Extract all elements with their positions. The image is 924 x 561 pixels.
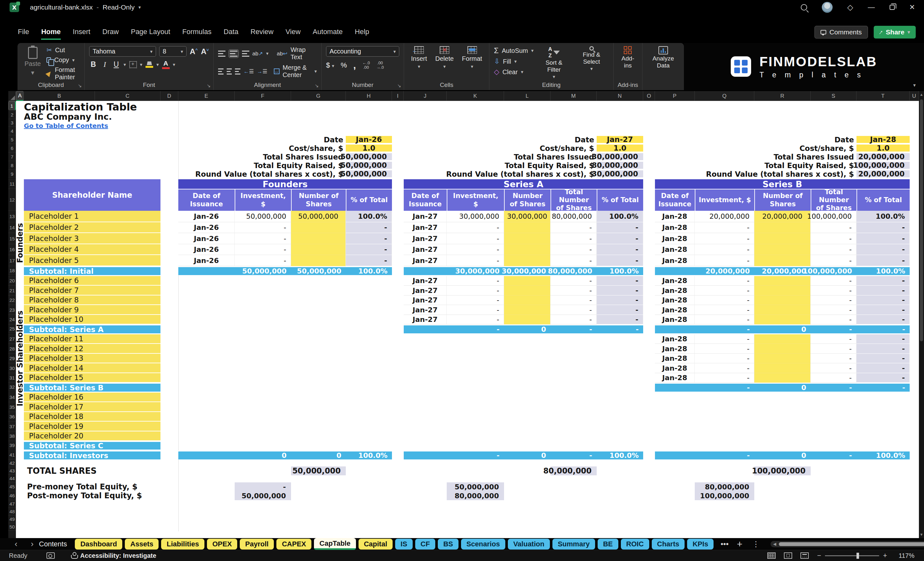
data-cell-M20[interactable]: - [550,276,597,286]
data-cell-P22[interactable]: Jan-28 [655,296,695,305]
data-cell-G13[interactable]: 50,000,000 [291,211,346,222]
data-cell-M21[interactable]: - [550,286,597,296]
data-cell-R28[interactable] [754,344,811,354]
horizontal-scrollbar[interactable]: ◀ ▶ [771,541,924,547]
row-header-38[interactable]: 38 [8,431,16,441]
investors-subtotal-cell-G[interactable]: 0 [291,450,346,459]
data-cell-Q14[interactable]: - [695,222,754,233]
table-series-a-header-date-of-issuance[interactable]: Date of Issuance [404,189,447,211]
decrease-decimal-icon[interactable]: .00→.0 [376,61,384,70]
more-sheets-button[interactable]: ••• [720,540,729,549]
data-cell-Q29[interactable]: - [695,354,754,363]
font-size-select[interactable]: 8▾ [159,46,187,57]
data-cell-N22[interactable]: - [597,296,643,305]
increase-decimal-icon[interactable]: ←.0.00 [362,61,370,70]
format-painter-button[interactable]: Format Painter [46,66,80,81]
data-cell-S13[interactable]: 100,000,000 [811,211,856,222]
row-header-6[interactable]: 6 [8,144,16,153]
data-cell-S21[interactable]: - [811,286,856,296]
post-money-value-founders[interactable]: 50,000,000 [235,491,291,500]
data-cell-R23[interactable] [754,305,811,315]
search-icon[interactable] [801,4,807,10]
info-value-shares[interactable]: 20,000,000 [856,153,910,161]
shareholder-row[interactable]: Placeholder 11 [24,334,160,344]
row-header-12[interactable]: 12 [8,189,16,211]
data-cell-S27[interactable]: - [811,334,856,344]
data-cell-R16[interactable] [754,244,811,255]
column-header-Q[interactable]: Q [695,91,754,101]
sheet-options-icon[interactable]: ⋮ [752,540,760,549]
data-cell-Q27[interactable]: - [695,334,754,344]
data-cell-J22[interactable]: Jan-27 [404,296,447,305]
shareholder-row[interactable]: Placeholder 10 [24,315,160,324]
row-header-44[interactable]: 44 [8,475,16,482]
column-header-C[interactable]: C [95,91,160,101]
data-cell-R29[interactable] [754,354,811,363]
data-cell-H15[interactable]: - [346,233,392,244]
data-cell-F15[interactable]: - [235,233,291,244]
column-header-H[interactable]: H [346,91,392,101]
info-value-equity[interactable]: 80,000,000 [597,162,643,170]
close-button[interactable]: ✕ [909,3,915,12]
row-header-4[interactable]: 4 [8,127,16,135]
data-cell-M24[interactable]: - [550,315,597,324]
row-header-7[interactable]: 7 [8,153,16,161]
row-header-42[interactable]: 42 [8,459,16,467]
data-cell-N23[interactable]: - [597,305,643,315]
investors-subtotal-cell-M[interactable]: - [550,450,597,459]
scroll-left-icon[interactable]: ◀ [773,542,776,546]
shareholder-row[interactable]: Placeholder 4 [24,244,160,255]
format-cells-button[interactable]: Format▾ [459,46,484,80]
menu-tab-view[interactable]: View [286,28,301,40]
table-series-b-header-date-of-issuance[interactable]: Date of Issuance [655,189,695,211]
column-header-R[interactable]: R [754,91,811,101]
data-cell-E17[interactable]: Jan-26 [178,255,235,266]
row-header-23[interactable]: 23 [8,305,16,315]
sheet-tab-be[interactable]: BE [598,539,618,549]
table-series-b-header-total-number-of-shares[interactable]: Total Number of Shares [811,189,856,211]
align-top-icon[interactable] [218,51,225,57]
row-header-2[interactable]: 2 [8,111,16,119]
shareholder-row[interactable]: Placeholder 19 [24,422,160,431]
row-header-28[interactable]: 28 [8,344,16,354]
data-cell-Q31[interactable]: - [695,373,754,383]
data-cell-M13[interactable]: 80,000,000 [550,211,597,222]
row-header-14[interactable]: 14 [8,222,16,233]
data-cell-J17[interactable]: Jan-27 [404,255,447,266]
data-cell-K20[interactable]: - [447,276,504,286]
column-header-O[interactable]: O [643,91,655,101]
info-value-round[interactable]: 50,000,000 [346,170,392,178]
data-cell-R31[interactable] [754,373,811,383]
data-cell-N15[interactable]: - [597,233,643,244]
data-cell-Q23[interactable]: - [695,305,754,315]
column-header-G[interactable]: G [291,91,346,101]
subtotal-cell-K18[interactable]: 30,000,000 [447,266,504,275]
find-select-button[interactable]: Find & Select ▾ [574,46,609,80]
row-header-16[interactable]: 16 [8,244,16,255]
data-cell-Q17[interactable]: - [695,255,754,266]
shareholder-row[interactable]: Placeholder 7 [24,286,160,296]
zoom-slider[interactable] [825,555,879,556]
data-cell-T15[interactable]: - [856,233,910,244]
data-cell-S15[interactable]: - [811,233,856,244]
scroll-up-icon[interactable]: ▲ [920,91,923,98]
row-header-32[interactable]: 32 [8,383,16,392]
subtotal-cell-R25[interactable]: 0 [754,324,811,333]
insert-cells-button[interactable]: ←Insert▾ [408,46,429,80]
paste-button[interactable]: Paste ▾ [22,46,43,80]
comma-style-button[interactable]: , [353,60,356,70]
subtotal-row-subtotal-series-a[interactable]: Subtotal: Series A [24,324,160,333]
subtotal-cell-J18[interactable] [404,266,447,275]
total-shares-value-series-a[interactable]: 80,000,000 [550,466,597,476]
chevron-down-icon[interactable]: ▾ [138,4,141,10]
data-cell-Q21[interactable]: - [695,286,754,296]
align-right-icon[interactable] [235,69,240,75]
data-cell-K17[interactable]: - [447,255,504,266]
data-cell-M15[interactable]: - [550,233,597,244]
data-cell-Q22[interactable]: - [695,296,754,305]
data-cell-P24[interactable]: Jan-28 [655,315,695,324]
row-header-27[interactable]: 27 [8,334,16,344]
table-banner-founders[interactable]: Founders [178,179,392,189]
fill-button[interactable]: ⇩Fill▾ [494,57,534,66]
row-header-47[interactable]: 47 [8,500,16,508]
